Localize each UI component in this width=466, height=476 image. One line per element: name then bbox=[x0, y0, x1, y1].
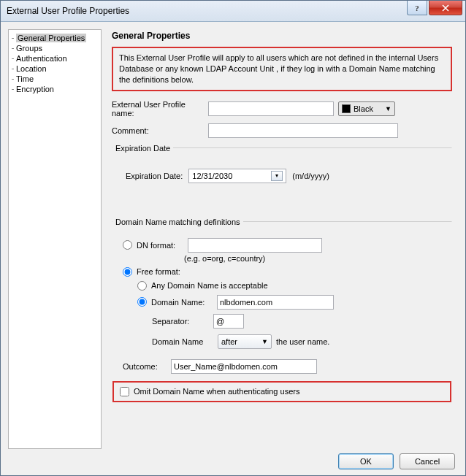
row-dn-format: DN format: bbox=[123, 238, 451, 253]
radio-domain-name[interactable] bbox=[137, 297, 147, 307]
color-swatch-icon bbox=[342, 104, 351, 113]
row-position: Domain Name after ▼ the user name. bbox=[152, 334, 451, 349]
label-any-domain: Any Domain Name is acceptable bbox=[151, 281, 268, 290]
radio-free-format[interactable] bbox=[123, 267, 132, 277]
window-title: External User Profile Properties bbox=[7, 6, 129, 16]
main-pane: General Properties Groups Authentication… bbox=[8, 29, 458, 449]
radio-any-domain[interactable] bbox=[137, 281, 147, 291]
nav-item-time[interactable]: Time bbox=[9, 74, 101, 84]
label-free-format: Free format: bbox=[137, 267, 180, 276]
row-comment: Comment: bbox=[112, 123, 452, 138]
row-separator: Separator: bbox=[152, 314, 451, 329]
nav-tree[interactable]: General Properties Groups Authentication… bbox=[8, 29, 102, 449]
separator-input[interactable] bbox=[213, 314, 244, 329]
label-profile-name: External User Profile name: bbox=[112, 100, 208, 118]
help-button[interactable]: ? bbox=[407, 1, 427, 15]
row-free-format: Free format: bbox=[123, 267, 451, 277]
label-position-pre: Domain Name bbox=[152, 337, 213, 346]
legend-domain-matching: Domain Name matching definitions bbox=[112, 218, 243, 226]
group-domain-matching: Domain Name matching definitions DN form… bbox=[112, 218, 452, 403]
nav-item-groups[interactable]: Groups bbox=[9, 43, 101, 53]
calendar-dropdown-icon[interactable]: ▾ bbox=[271, 171, 283, 181]
omit-checkbox[interactable] bbox=[120, 387, 129, 396]
info-callout: This External User Profile will apply to… bbox=[112, 47, 452, 91]
row-any-domain: Any Domain Name is acceptable bbox=[137, 281, 451, 291]
nav-item-encryption[interactable]: Encryption bbox=[9, 84, 101, 94]
cancel-button[interactable]: Cancel bbox=[400, 453, 455, 469]
expiration-date-picker[interactable]: 12/31/2030 ▾ bbox=[188, 169, 286, 183]
label-omit: Omit Domain Name when authenticating use… bbox=[134, 387, 299, 396]
row-domain-name: Domain Name: bbox=[137, 295, 451, 310]
label-domain-name: Domain Name: bbox=[151, 298, 213, 307]
domain-name-input[interactable] bbox=[217, 295, 334, 310]
profile-name-input[interactable] bbox=[208, 101, 334, 116]
label-dn-format: DN format: bbox=[137, 241, 183, 250]
dialog-content: General Properties Groups Authentication… bbox=[1, 22, 465, 475]
row-outcome: Outcome: bbox=[123, 359, 451, 374]
radio-dn-format[interactable] bbox=[123, 240, 132, 250]
label-comment: Comment: bbox=[112, 126, 208, 135]
label-position-post: the user name. bbox=[276, 337, 329, 346]
dialog-window: External User Profile Properties ? Gener… bbox=[0, 0, 466, 476]
nav-item-general[interactable]: General Properties bbox=[9, 33, 101, 43]
color-picker[interactable]: Black ▼ bbox=[338, 101, 395, 116]
expiration-date-value: 12/31/2030 bbox=[192, 172, 232, 180]
label-separator: Separator: bbox=[152, 317, 213, 326]
legend-expiration: Expiration Date bbox=[112, 144, 173, 153]
dn-format-input[interactable] bbox=[188, 238, 322, 253]
window-controls: ? bbox=[407, 1, 462, 15]
nav-item-location[interactable]: Location bbox=[9, 64, 101, 74]
titlebar[interactable]: External User Profile Properties ? bbox=[1, 1, 465, 22]
free-format-subgroup: Any Domain Name is acceptable Domain Nam… bbox=[137, 281, 451, 349]
dn-format-hint: (e.g. o=org, c=country) bbox=[184, 254, 451, 263]
label-outcome: Outcome: bbox=[123, 362, 165, 371]
page-heading: General Properties bbox=[112, 31, 452, 41]
row-profile-name: External User Profile name: Black ▼ bbox=[112, 100, 452, 118]
nav-item-authentication[interactable]: Authentication bbox=[9, 53, 101, 64]
color-label: Black bbox=[354, 104, 373, 113]
group-expiration: Expiration Date Expiration Date: 12/31/2… bbox=[112, 144, 452, 213]
expiration-format-hint: (m/d/yyyy) bbox=[292, 172, 329, 180]
row-omit: Omit Domain Name when authenticating use… bbox=[120, 387, 444, 396]
close-icon bbox=[442, 4, 449, 12]
page-panel: General Properties This External User Pr… bbox=[107, 29, 458, 449]
close-button[interactable] bbox=[429, 1, 462, 15]
chevron-down-icon: ▼ bbox=[261, 338, 268, 345]
position-value: after bbox=[221, 337, 237, 346]
position-combo[interactable]: after ▼ bbox=[218, 334, 272, 349]
comment-input[interactable] bbox=[208, 123, 398, 138]
ok-button[interactable]: OK bbox=[338, 453, 394, 469]
label-expiration: Expiration Date: bbox=[126, 172, 183, 180]
omit-callout: Omit Domain Name when authenticating use… bbox=[112, 381, 451, 402]
chevron-down-icon: ▼ bbox=[385, 105, 391, 112]
dialog-buttons: OK Cancel bbox=[8, 449, 458, 469]
outcome-input[interactable] bbox=[171, 359, 317, 374]
row-expiration: Expiration Date: 12/31/2030 ▾ (m/d/yyyy) bbox=[126, 169, 451, 183]
